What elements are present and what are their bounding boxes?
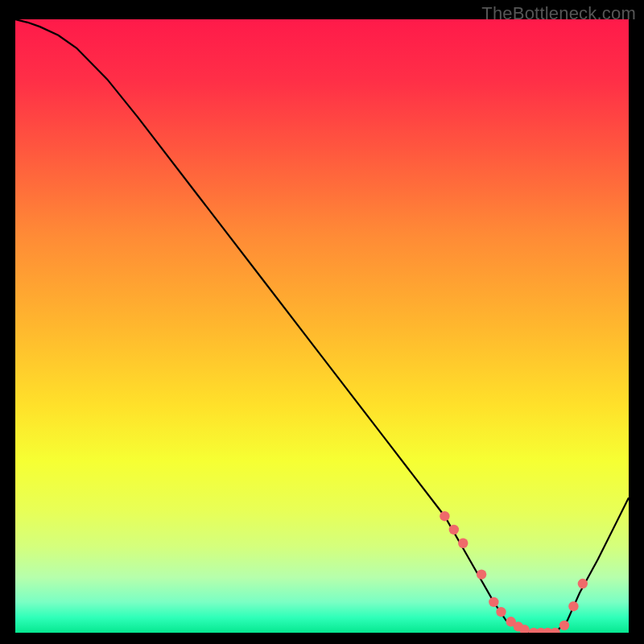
marker-dot (489, 597, 498, 607)
marker-dot (559, 621, 569, 630)
marker-dot (568, 601, 578, 611)
watermark-text: TheBottleneck.com (481, 3, 636, 24)
marker-dot (578, 579, 588, 588)
chart-frame: TheBottleneck.com (0, 0, 644, 644)
bottleneck-plot (15, 19, 629, 633)
plot-background-gradient (15, 19, 629, 633)
marker-dot (496, 607, 506, 617)
marker-dot (477, 569, 486, 579)
marker-dot (458, 539, 468, 548)
marker-dot (440, 511, 449, 521)
marker-dot (449, 525, 459, 535)
